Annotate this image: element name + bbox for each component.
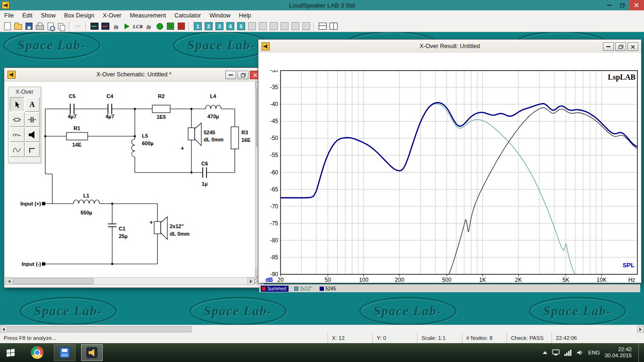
schematic-restore-button[interactable] [238, 71, 248, 79]
x-unit-label: Hz [628, 277, 636, 283]
restore-button[interactable] [616, 0, 629, 10]
print-preview-button[interactable] [45, 21, 56, 32]
channel-on-button[interactable] [165, 21, 176, 32]
taskbar-lsplab-app-button[interactable] [81, 344, 103, 361]
result-titlebar[interactable]: X-Over Result: Untitled [258, 40, 641, 53]
speakers[interactable] [154, 123, 201, 239]
num-icon: 5 [237, 22, 245, 30]
measurement-mls-button[interactable] [100, 21, 111, 32]
num-icon: 1 [194, 22, 202, 30]
show-desktop-button[interactable] [638, 343, 642, 362]
channel-off-button[interactable] [176, 21, 187, 32]
inductors[interactable] [74, 105, 221, 204]
preset-slot-8-button[interactable] [268, 21, 279, 32]
menu-show[interactable]: Show [37, 11, 60, 20]
lcr-meter-button[interactable]: LCR [132, 21, 143, 32]
preset-5-button[interactable]: 5 [236, 21, 247, 32]
resistor-tool-button[interactable] [10, 112, 25, 127]
print-button[interactable] [34, 21, 45, 32]
preset-1-button[interactable]: 1 [192, 21, 203, 32]
menu-xover[interactable]: X-Over [99, 11, 126, 20]
sweep-fg-button[interactable]: fg [143, 21, 154, 32]
num-icon: 3 [215, 22, 223, 30]
preset-2-button[interactable]: 2 [203, 21, 214, 32]
wire-tool-button[interactable] [25, 142, 40, 157]
preset-4-button[interactable]: 4 [225, 21, 236, 32]
preset-slot-7-button[interactable] [257, 21, 268, 32]
menu-file[interactable]: File [0, 11, 18, 20]
start-button[interactable] [0, 343, 21, 362]
menu-calculator[interactable]: Calculator [170, 11, 205, 20]
scroll-right-button[interactable] [248, 278, 255, 285]
display-icon[interactable] [552, 349, 560, 356]
language-indicator[interactable]: ENG [588, 350, 600, 355]
probe-tool-button[interactable] [10, 142, 25, 157]
run-analysis-button[interactable] [122, 21, 132, 32]
x-tick-label: 20 [277, 277, 284, 283]
save-file-button[interactable] [24, 21, 34, 32]
schematic-canvas[interactable]: C5 4µ7 C4 4µ7 R2 1E5 L4 470µ R1 14E L5 6… [5, 82, 255, 277]
taskbar-lsplab-file-button[interactable] [54, 344, 75, 361]
copy-button[interactable] [56, 21, 67, 32]
menu-box-design[interactable]: Box Design [60, 11, 99, 20]
hscroll-thumb[interactable] [13, 278, 93, 284]
close-button[interactable] [629, 0, 644, 10]
lsplab-speaker-icon [86, 346, 98, 359]
volume-icon[interactable] [577, 349, 584, 356]
pointer-tool-button[interactable] [10, 97, 25, 112]
taskbar-chrome-button[interactable] [26, 344, 48, 361]
preset-slot-10-button[interactable] [290, 21, 301, 32]
schematic-hscrollbar[interactable] [5, 277, 255, 285]
network-signal-icon[interactable] [564, 349, 572, 356]
result-close-button[interactable] [627, 42, 638, 51]
menu-edit[interactable]: Edit [18, 11, 37, 20]
tilev-icon [330, 23, 338, 30]
xover-tool-palette: X-Over A [8, 87, 41, 163]
watermark-text: Space Lab- [373, 304, 442, 319]
text-tool-button[interactable]: A [25, 97, 40, 112]
preset-slot-6-button[interactable] [247, 21, 257, 32]
legend-item-Summed[interactable]: Summed [261, 286, 289, 292]
schematic-titlebar[interactable]: X-Over Schematic: Untitled * [4, 68, 264, 82]
capacitor-plates[interactable] [70, 104, 206, 227]
schematic-minimize-button[interactable] [225, 71, 236, 79]
generator-fg-button[interactable]: fg [111, 21, 122, 32]
new-document-button[interactable] [2, 21, 13, 32]
junction-dots [42, 108, 192, 266]
mdi-hscrollbar[interactable] [0, 325, 644, 333]
preset-3-button[interactable]: 3 [214, 21, 225, 32]
legend-item-5245[interactable]: 5245 [319, 286, 338, 292]
preset-slot-9-button[interactable] [279, 21, 290, 32]
main-titlebar[interactable]: LoudSpeaker LAB 3 Std [0, 0, 644, 11]
menu-help[interactable]: Help [235, 11, 256, 20]
tile-horizontal-button[interactable] [317, 21, 328, 32]
scroll-left-button[interactable] [6, 278, 13, 285]
cut-button[interactable]: ✂ [73, 21, 83, 32]
mdi-scroll-right-button[interactable] [637, 326, 644, 333]
measurement-gate-button[interactable] [89, 21, 100, 32]
spl-meter-button[interactable] [154, 21, 165, 32]
label-c1: C1 [119, 226, 125, 231]
watermark-text: Space Lab- [17, 38, 86, 53]
minimize-button[interactable] [603, 0, 616, 10]
speaker-tool-button[interactable] [25, 127, 40, 142]
legend-item-2x12[interactable]: 2x12" [293, 286, 314, 292]
mdi-scroll-left-button[interactable] [0, 326, 7, 333]
open-file-button[interactable] [13, 21, 24, 32]
input-minus-label: Input (-) [22, 261, 41, 267]
capacitor-tool-button[interactable] [25, 112, 40, 127]
inductor-tool-button[interactable] [10, 127, 25, 142]
value-l5: 600µ [142, 140, 154, 146]
tray-clock[interactable]: 22:42 30.04.2015 [604, 346, 634, 359]
palette-title: X-Over [8, 87, 41, 97]
menu-window[interactable]: Window [205, 11, 234, 20]
hidden-icons-button[interactable] [543, 351, 547, 354]
text-icon: fg [147, 24, 151, 29]
status-x: X: 12 [328, 333, 372, 343]
preset-slot-11-button[interactable] [301, 21, 312, 32]
mdi-hscroll-thumb[interactable] [8, 326, 191, 332]
menu-measurement[interactable]: Measurement [126, 11, 170, 20]
result-minimize-button[interactable] [603, 42, 614, 51]
tile-vertical-button[interactable] [328, 21, 339, 32]
result-restore-button[interactable] [615, 42, 626, 51]
